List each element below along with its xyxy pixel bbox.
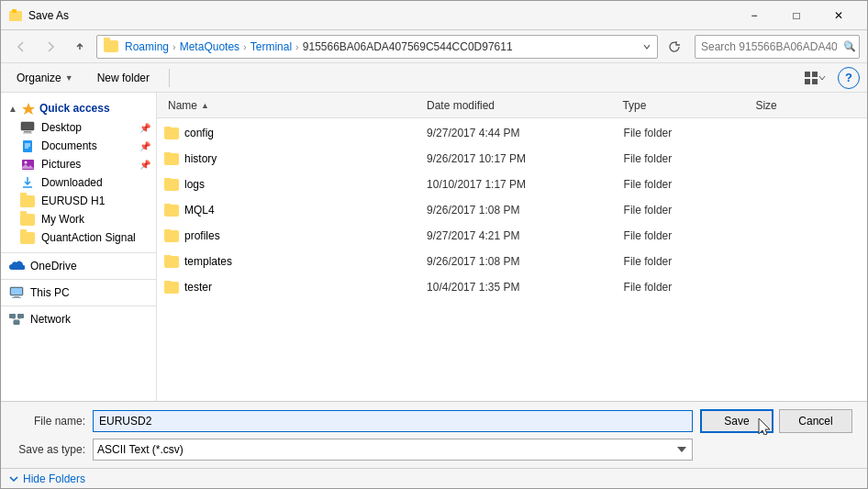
crumb-metaquotes[interactable]: MetaQuotes (180, 40, 239, 53)
save-as-dialog: Save As − □ ✕ Roami (0, 0, 868, 489)
col-header-date[interactable]: Date modified (423, 99, 618, 112)
crumb-roaming[interactable]: Roaming (125, 40, 169, 53)
file-name: logs (184, 178, 205, 191)
svg-rect-6 (812, 72, 818, 77)
folder-icon (164, 256, 179, 268)
file-name: profiles (184, 229, 220, 242)
folder-icon (164, 205, 179, 217)
svg-rect-2 (12, 9, 17, 13)
filename-input[interactable] (93, 410, 693, 432)
table-row[interactable]: MQL4 9/26/2017 1:08 PM File folder (157, 197, 867, 223)
address-dropdown-icon (642, 41, 651, 52)
desktop-icon (19, 121, 36, 134)
network-icon (8, 313, 25, 326)
svg-rect-23 (11, 288, 22, 295)
hide-folders-button[interactable]: Hide Folders (8, 472, 85, 485)
sidebar-item-documents[interactable]: Documents 📌 (1, 137, 156, 155)
organize-button[interactable]: Organize ▼ (8, 67, 82, 89)
search-input[interactable] (695, 35, 860, 59)
eurusd-icon (19, 194, 36, 207)
pictures-icon (19, 158, 36, 171)
filetype-select[interactable]: ASCII Text (*.csv) (93, 439, 693, 461)
sidebar-item-network[interactable]: Network (1, 310, 156, 328)
file-date: 9/26/2017 1:08 PM (427, 204, 624, 217)
back-button[interactable] (8, 36, 34, 58)
svg-line-28 (17, 318, 21, 320)
file-date: 9/27/2017 4:44 PM (427, 127, 624, 139)
eurusd-folder (20, 195, 35, 207)
documents-pin: 📌 (139, 141, 150, 151)
maximize-button[interactable]: □ (775, 1, 818, 30)
close-button[interactable]: ✕ (818, 1, 860, 30)
sidebar-divider-1 (1, 252, 156, 253)
sidebar-item-desktop[interactable]: Desktop 📌 (1, 118, 156, 137)
sidebar-item-onedrive[interactable]: OneDrive (1, 257, 156, 275)
table-row[interactable]: tester 10/4/2017 1:35 PM File folder (157, 274, 867, 300)
svg-rect-5 (805, 72, 810, 77)
svg-rect-8 (812, 79, 818, 84)
file-type: File folder (624, 127, 755, 139)
svg-rect-12 (23, 133, 32, 134)
sidebar-item-quantaction[interactable]: QuantAction Signal (1, 228, 156, 247)
file-name: history (184, 152, 217, 165)
minimize-button[interactable]: − (733, 1, 775, 30)
svg-point-18 (24, 161, 27, 163)
col-header-name[interactable]: Name ▲ (164, 99, 423, 112)
title-bar: Save As − □ ✕ (1, 1, 867, 30)
quick-access-header[interactable]: ▲ Quick access (1, 98, 156, 118)
content-area: Name ▲ Date modified Type Size config 9/… (157, 93, 867, 401)
svg-rect-7 (805, 79, 810, 84)
table-row[interactable]: templates 9/26/2017 1:08 PM File folder (157, 249, 867, 274)
table-row[interactable]: logs 10/10/2017 1:17 PM File folder (157, 172, 867, 197)
name-sort-arrow: ▲ (201, 101, 209, 110)
sidebar-item-pictures[interactable]: Pictures 📌 (1, 155, 156, 173)
col-header-size[interactable]: Size (751, 99, 860, 112)
folder-shape (104, 40, 118, 52)
save-button[interactable]: Save (700, 409, 773, 433)
window-controls: − □ ✕ (733, 1, 860, 30)
view-button[interactable] (799, 67, 830, 89)
folder-icon (164, 179, 179, 191)
quick-access-arrow: ▲ (8, 104, 17, 114)
mywork-icon (19, 213, 36, 226)
sidebar-divider-3 (1, 306, 156, 306)
view-icon (804, 71, 818, 85)
col-header-type[interactable]: Type (618, 99, 751, 112)
cursor-icon (757, 417, 773, 435)
svg-rect-24 (9, 314, 16, 318)
organize-dropdown-arrow: ▼ (65, 73, 73, 83)
refresh-button[interactable] (663, 36, 685, 58)
table-row[interactable]: config 9/27/2017 4:44 PM File folder (157, 120, 867, 146)
filename-label: File name: (12, 415, 85, 428)
forward-button[interactable] (38, 36, 63, 58)
new-folder-button[interactable]: New folder (89, 67, 158, 89)
thispc-svg (9, 286, 24, 299)
file-type: File folder (624, 178, 755, 191)
svg-rect-22 (12, 297, 21, 298)
table-row[interactable]: history 9/26/2017 10:17 PM File folder (157, 146, 867, 172)
address-bar[interactable]: Roaming › MetaQuotes › Terminal › 915566… (96, 35, 658, 59)
quantaction-folder (20, 232, 35, 244)
quick-access-icon (21, 102, 36, 115)
up-button[interactable] (67, 36, 93, 58)
file-date: 9/26/2017 1:08 PM (427, 255, 624, 268)
file-name: MQL4 (184, 204, 215, 217)
downloaded-svg (21, 176, 34, 189)
refresh-icon (668, 40, 681, 53)
sidebar-item-thispc[interactable]: This PC (1, 283, 156, 302)
cancel-button[interactable]: Cancel (779, 409, 852, 433)
file-list: config 9/27/2017 4:44 PM File folder his… (157, 118, 867, 401)
file-date: 10/4/2017 1:35 PM (427, 281, 624, 294)
sidebar-item-eurusd[interactable]: EURUSD H1 (1, 192, 156, 210)
svg-marker-9 (22, 103, 35, 115)
sidebar-item-downloaded[interactable]: Downloaded (1, 173, 156, 192)
help-button[interactable]: ? (838, 67, 860, 89)
sidebar-item-mywork[interactable]: My Work (1, 210, 156, 228)
svg-rect-1 (9, 13, 22, 21)
onedrive-svg (8, 261, 25, 272)
crumb-terminal[interactable]: Terminal (250, 40, 292, 53)
table-row[interactable]: profiles 9/27/2017 4:21 PM File folder (157, 223, 867, 249)
filetype-row: Save as type: ASCII Text (*.csv) (12, 439, 856, 461)
file-type: File folder (624, 255, 755, 268)
navigation-toolbar: Roaming › MetaQuotes › Terminal › 915566… (1, 30, 867, 63)
